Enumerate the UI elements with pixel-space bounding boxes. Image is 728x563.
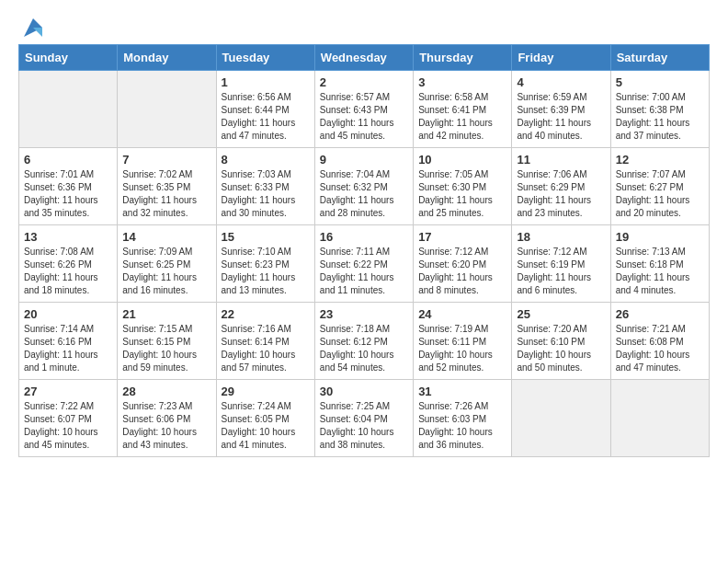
calendar-cell: 4Sunrise: 6:59 AM Sunset: 6:39 PM Daylig… (512, 71, 610, 148)
logo-icon (20, 15, 46, 40)
day-info: Sunrise: 7:14 AM Sunset: 6:16 PM Dayligh… (24, 323, 112, 374)
day-number: 3 (418, 75, 506, 89)
logo (18, 15, 46, 40)
day-info: Sunrise: 7:03 AM Sunset: 6:33 PM Dayligh… (222, 168, 310, 220)
calendar-day-header: Sunday (19, 45, 118, 71)
day-number: 31 (418, 385, 506, 398)
calendar-cell: 12Sunrise: 7:07 AM Sunset: 6:27 PM Dayli… (610, 148, 709, 225)
day-info: Sunrise: 7:16 AM Sunset: 6:14 PM Dayligh… (222, 323, 310, 374)
day-info: Sunrise: 7:25 AM Sunset: 6:04 PM Dayligh… (320, 400, 408, 452)
day-number: 2 (320, 75, 408, 89)
calendar-cell (610, 380, 709, 457)
calendar-cell: 2Sunrise: 6:57 AM Sunset: 6:43 PM Daylig… (314, 71, 413, 148)
calendar-cell: 11Sunrise: 7:06 AM Sunset: 6:29 PM Dayli… (512, 148, 610, 225)
day-info: Sunrise: 7:20 AM Sunset: 6:10 PM Dayligh… (517, 323, 605, 374)
day-number: 4 (517, 75, 605, 89)
calendar-cell: 28Sunrise: 7:23 AM Sunset: 6:06 PM Dayli… (118, 380, 216, 457)
day-info: Sunrise: 7:00 AM Sunset: 6:38 PM Dayligh… (616, 91, 704, 143)
day-number: 6 (24, 153, 112, 167)
day-number: 12 (616, 153, 704, 167)
day-info: Sunrise: 7:06 AM Sunset: 6:29 PM Dayligh… (517, 168, 605, 220)
day-info: Sunrise: 7:26 AM Sunset: 6:03 PM Dayligh… (418, 400, 506, 452)
calendar-cell (118, 71, 216, 148)
day-number: 9 (320, 153, 408, 167)
calendar-cell: 16Sunrise: 7:11 AM Sunset: 6:22 PM Dayli… (314, 225, 413, 303)
day-number: 1 (222, 75, 310, 89)
day-info: Sunrise: 7:12 AM Sunset: 6:20 PM Dayligh… (418, 246, 506, 297)
day-info: Sunrise: 7:09 AM Sunset: 6:25 PM Dayligh… (122, 246, 210, 297)
day-info: Sunrise: 7:21 AM Sunset: 6:08 PM Dayligh… (616, 323, 704, 374)
calendar-table: SundayMondayTuesdayWednesdayThursdayFrid… (18, 44, 710, 457)
day-info: Sunrise: 7:12 AM Sunset: 6:19 PM Dayligh… (517, 246, 605, 297)
calendar-cell: 17Sunrise: 7:12 AM Sunset: 6:20 PM Dayli… (414, 225, 512, 303)
day-number: 25 (517, 307, 605, 321)
calendar-cell: 29Sunrise: 7:24 AM Sunset: 6:05 PM Dayli… (216, 380, 314, 457)
calendar-day-header: Thursday (414, 45, 512, 71)
calendar-cell: 14Sunrise: 7:09 AM Sunset: 6:25 PM Dayli… (118, 225, 216, 303)
calendar-day-header: Friday (512, 45, 610, 71)
day-info: Sunrise: 7:22 AM Sunset: 6:07 PM Dayligh… (24, 400, 112, 452)
day-number: 8 (222, 153, 310, 167)
calendar-cell (512, 380, 610, 457)
day-info: Sunrise: 7:08 AM Sunset: 6:26 PM Dayligh… (24, 246, 112, 297)
calendar-cell: 25Sunrise: 7:20 AM Sunset: 6:10 PM Dayli… (512, 303, 610, 380)
calendar-cell: 26Sunrise: 7:21 AM Sunset: 6:08 PM Dayli… (610, 303, 709, 380)
day-number: 22 (222, 307, 310, 321)
day-info: Sunrise: 7:23 AM Sunset: 6:06 PM Dayligh… (122, 400, 210, 452)
calendar-cell: 31Sunrise: 7:26 AM Sunset: 6:03 PM Dayli… (414, 380, 512, 457)
day-info: Sunrise: 7:04 AM Sunset: 6:32 PM Dayligh… (320, 168, 408, 220)
calendar-week-row: 6Sunrise: 7:01 AM Sunset: 6:36 PM Daylig… (19, 148, 710, 225)
day-number: 29 (222, 385, 310, 398)
calendar-cell: 8Sunrise: 7:03 AM Sunset: 6:33 PM Daylig… (216, 148, 314, 225)
page-header (18, 15, 710, 40)
day-info: Sunrise: 6:56 AM Sunset: 6:44 PM Dayligh… (222, 91, 310, 143)
calendar-day-header: Monday (118, 45, 216, 71)
day-number: 30 (320, 385, 408, 398)
page-container: SundayMondayTuesdayWednesdayThursdayFrid… (0, 0, 728, 472)
calendar-cell: 3Sunrise: 6:58 AM Sunset: 6:41 PM Daylig… (414, 71, 512, 148)
day-info: Sunrise: 7:18 AM Sunset: 6:12 PM Dayligh… (320, 323, 408, 374)
day-info: Sunrise: 7:19 AM Sunset: 6:11 PM Dayligh… (418, 323, 506, 374)
day-info: Sunrise: 6:57 AM Sunset: 6:43 PM Dayligh… (320, 91, 408, 143)
day-number: 19 (616, 230, 704, 244)
day-number: 27 (24, 385, 112, 398)
calendar-week-row: 20Sunrise: 7:14 AM Sunset: 6:16 PM Dayli… (19, 303, 710, 380)
day-info: Sunrise: 7:15 AM Sunset: 6:15 PM Dayligh… (122, 323, 210, 374)
calendar-day-header: Saturday (610, 45, 709, 71)
day-info: Sunrise: 7:10 AM Sunset: 6:23 PM Dayligh… (222, 246, 310, 297)
calendar-cell: 20Sunrise: 7:14 AM Sunset: 6:16 PM Dayli… (19, 303, 118, 380)
calendar-week-row: 1Sunrise: 6:56 AM Sunset: 6:44 PM Daylig… (19, 71, 710, 148)
calendar-day-header: Wednesday (314, 45, 413, 71)
calendar-cell: 15Sunrise: 7:10 AM Sunset: 6:23 PM Dayli… (216, 225, 314, 303)
calendar-cell: 23Sunrise: 7:18 AM Sunset: 6:12 PM Dayli… (314, 303, 413, 380)
calendar-cell: 21Sunrise: 7:15 AM Sunset: 6:15 PM Dayli… (118, 303, 216, 380)
day-number: 13 (24, 230, 112, 244)
calendar-cell (19, 71, 118, 148)
day-number: 23 (320, 307, 408, 321)
calendar-cell: 19Sunrise: 7:13 AM Sunset: 6:18 PM Dayli… (610, 225, 709, 303)
day-info: Sunrise: 7:01 AM Sunset: 6:36 PM Dayligh… (24, 168, 112, 220)
day-info: Sunrise: 7:07 AM Sunset: 6:27 PM Dayligh… (616, 168, 704, 220)
calendar-cell: 10Sunrise: 7:05 AM Sunset: 6:30 PM Dayli… (414, 148, 512, 225)
calendar-day-header: Tuesday (216, 45, 314, 71)
day-number: 7 (122, 153, 210, 167)
calendar-cell: 18Sunrise: 7:12 AM Sunset: 6:19 PM Dayli… (512, 225, 610, 303)
calendar-week-row: 27Sunrise: 7:22 AM Sunset: 6:07 PM Dayli… (19, 380, 710, 457)
calendar-cell: 30Sunrise: 7:25 AM Sunset: 6:04 PM Dayli… (314, 380, 413, 457)
day-number: 17 (418, 230, 506, 244)
calendar-cell: 5Sunrise: 7:00 AM Sunset: 6:38 PM Daylig… (610, 71, 709, 148)
calendar-cell: 27Sunrise: 7:22 AM Sunset: 6:07 PM Dayli… (19, 380, 118, 457)
calendar-cell: 13Sunrise: 7:08 AM Sunset: 6:26 PM Dayli… (19, 225, 118, 303)
calendar-cell: 22Sunrise: 7:16 AM Sunset: 6:14 PM Dayli… (216, 303, 314, 380)
day-number: 21 (122, 307, 210, 321)
day-info: Sunrise: 7:05 AM Sunset: 6:30 PM Dayligh… (418, 168, 506, 220)
day-number: 26 (616, 307, 704, 321)
svg-marker-1 (33, 28, 42, 37)
day-number: 16 (320, 230, 408, 244)
calendar-cell: 1Sunrise: 6:56 AM Sunset: 6:44 PM Daylig… (216, 71, 314, 148)
calendar-cell: 24Sunrise: 7:19 AM Sunset: 6:11 PM Dayli… (414, 303, 512, 380)
day-number: 10 (418, 153, 506, 167)
day-info: Sunrise: 7:13 AM Sunset: 6:18 PM Dayligh… (616, 246, 704, 297)
day-info: Sunrise: 6:59 AM Sunset: 6:39 PM Dayligh… (517, 91, 605, 143)
calendar-cell: 7Sunrise: 7:02 AM Sunset: 6:35 PM Daylig… (118, 148, 216, 225)
